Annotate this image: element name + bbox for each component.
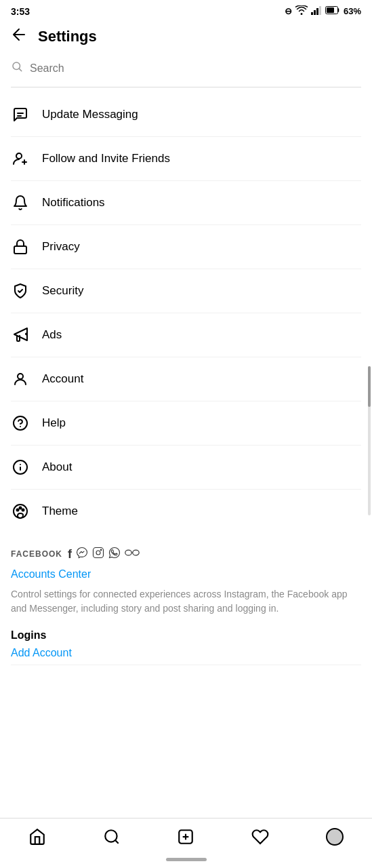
megaphone-icon: [11, 326, 30, 344]
search-input[interactable]: [30, 62, 361, 75]
settings-item-privacy[interactable]: Privacy: [11, 225, 361, 269]
svg-point-22: [100, 549, 102, 551]
settings-list: Update Messaging Follow and Invite Frien…: [0, 93, 372, 533]
facebook-label: FACEBOOK: [11, 549, 62, 559]
wifi-icon: [295, 5, 308, 17]
search-icon: [11, 60, 23, 76]
messenger-icon: [76, 547, 88, 561]
search-container: [11, 58, 361, 87]
home-bar: [166, 858, 207, 861]
settings-item-help[interactable]: Help: [11, 401, 361, 446]
info-icon: [11, 458, 30, 477]
nav-search[interactable]: [100, 825, 123, 848]
time: 3:53: [11, 6, 30, 17]
scrollbar-thumb[interactable]: [368, 366, 371, 407]
facebook-icons: f: [68, 547, 140, 561]
svg-rect-0: [311, 12, 313, 15]
svg-point-24: [133, 550, 139, 555]
settings-item-follow-invite[interactable]: Follow and Invite Friends: [11, 137, 361, 181]
avatar: [326, 828, 344, 846]
header: Settings: [0, 20, 372, 58]
whatsapp-icon: [108, 547, 121, 561]
instagram-icon: [92, 547, 104, 561]
bottom-nav: [0, 818, 372, 868]
nav-profile[interactable]: [323, 825, 346, 848]
settings-item-security[interactable]: Security: [11, 269, 361, 313]
account-label: Account: [42, 372, 83, 386]
ads-label: Ads: [42, 328, 62, 342]
svg-rect-1: [314, 10, 316, 15]
svg-rect-20: [94, 548, 104, 558]
update-messaging-label: Update Messaging: [42, 108, 138, 121]
nav-add[interactable]: [174, 825, 197, 848]
svg-point-17: [17, 509, 19, 511]
svg-rect-5: [327, 7, 334, 13]
meta-icon: [125, 548, 140, 560]
back-button[interactable]: [11, 26, 27, 47]
add-account-link[interactable]: Add Account: [11, 647, 361, 665]
svg-rect-2: [316, 8, 318, 15]
person-icon: [11, 370, 30, 389]
status-bar: 3:53 ⊖ 63%: [0, 0, 372, 20]
help-label: Help: [42, 416, 66, 430]
help-icon: [11, 414, 30, 433]
logins-section: Logins Add Account: [0, 629, 372, 665]
scrollbar-track: [368, 366, 371, 515]
page-title: Settings: [38, 28, 97, 45]
messaging-icon: [11, 105, 30, 124]
accounts-center-link[interactable]: Accounts Center: [11, 568, 361, 580]
theme-label: Theme: [42, 505, 78, 518]
settings-item-ads[interactable]: Ads: [11, 313, 361, 357]
do-not-disturb-icon: ⊖: [285, 6, 292, 16]
nav-heart[interactable]: [249, 825, 272, 848]
nav-items: [0, 818, 372, 854]
svg-point-7: [16, 153, 22, 159]
bell-icon: [11, 193, 30, 212]
status-icons: ⊖ 63%: [285, 5, 361, 17]
accounts-center-description: Control settings for connected experienc…: [11, 587, 361, 616]
settings-item-theme[interactable]: Theme: [11, 490, 361, 533]
battery-icon: [325, 6, 340, 16]
privacy-label: Privacy: [42, 240, 80, 254]
svg-point-26: [105, 830, 117, 842]
settings-item-about[interactable]: About: [11, 446, 361, 490]
svg-point-18: [20, 507, 22, 509]
svg-point-10: [18, 374, 23, 379]
battery-percent: 63%: [344, 6, 361, 16]
facebook-header: FACEBOOK f: [11, 547, 361, 561]
nav-home[interactable]: [26, 825, 49, 848]
lock-icon: [11, 237, 30, 256]
home-indicator: [0, 854, 372, 868]
settings-item-update-messaging[interactable]: Update Messaging: [11, 93, 361, 137]
signal-icon: [311, 5, 322, 17]
facebook-icon: f: [68, 547, 72, 561]
svg-line-27: [115, 840, 119, 844]
svg-point-19: [22, 509, 24, 511]
svg-rect-3: [319, 6, 321, 15]
facebook-section: FACEBOOK f: [0, 533, 372, 616]
logins-title: Logins: [11, 629, 361, 642]
svg-point-23: [125, 550, 131, 555]
shield-icon: [11, 281, 30, 300]
svg-point-21: [96, 551, 100, 555]
about-label: About: [42, 460, 72, 474]
follow-invite-label: Follow and Invite Friends: [42, 152, 170, 165]
svg-point-9: [26, 334, 27, 335]
svg-rect-8: [14, 246, 26, 254]
notifications-label: Notifications: [42, 196, 105, 210]
palette-icon: [11, 502, 30, 521]
settings-item-account[interactable]: Account: [11, 357, 361, 401]
settings-item-notifications[interactable]: Notifications: [11, 181, 361, 225]
follow-icon: [11, 149, 30, 168]
security-label: Security: [42, 284, 83, 298]
